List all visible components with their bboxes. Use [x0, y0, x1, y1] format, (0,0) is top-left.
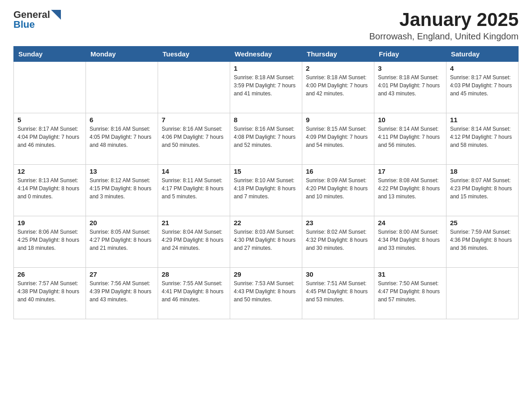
day-info: Sunrise: 7:50 AM Sunset: 4:47 PM Dayligh…: [378, 279, 442, 304]
calendar-cell: 28Sunrise: 7:55 AM Sunset: 4:41 PM Dayli…: [158, 268, 230, 319]
calendar-cell: [86, 62, 158, 113]
day-info: Sunrise: 8:07 AM Sunset: 4:23 PM Dayligh…: [450, 176, 515, 201]
day-info: Sunrise: 8:16 AM Sunset: 4:08 PM Dayligh…: [234, 125, 298, 149]
day-number: 9: [306, 116, 370, 124]
logo: General Blue: [13, 9, 61, 30]
day-info: Sunrise: 7:56 AM Sunset: 4:39 PM Dayligh…: [90, 279, 154, 304]
calendar-cell: 12Sunrise: 8:13 AM Sunset: 4:14 PM Dayli…: [14, 165, 86, 216]
day-number: 21: [162, 219, 226, 227]
column-header-friday: Friday: [374, 47, 446, 62]
column-header-thursday: Thursday: [302, 47, 374, 62]
calendar-cell: 2Sunrise: 8:18 AM Sunset: 4:00 PM Daylig…: [302, 62, 374, 113]
day-info: Sunrise: 8:03 AM Sunset: 4:30 PM Dayligh…: [234, 228, 298, 252]
calendar-week-row: 5Sunrise: 8:17 AM Sunset: 4:04 PM Daylig…: [14, 113, 519, 165]
day-number: 8: [234, 116, 298, 124]
calendar-cell: 6Sunrise: 8:16 AM Sunset: 4:05 PM Daylig…: [86, 113, 158, 165]
logo-arrow-icon: [51, 10, 61, 20]
calendar-cell: [14, 62, 86, 113]
calendar-cell: 15Sunrise: 8:10 AM Sunset: 4:18 PM Dayli…: [230, 165, 302, 216]
day-info: Sunrise: 8:11 AM Sunset: 4:17 PM Dayligh…: [162, 176, 226, 201]
calendar-cell: 18Sunrise: 8:07 AM Sunset: 4:23 PM Dayli…: [446, 165, 519, 216]
calendar-week-row: 12Sunrise: 8:13 AM Sunset: 4:14 PM Dayli…: [14, 165, 519, 216]
calendar-cell: 19Sunrise: 8:06 AM Sunset: 4:25 PM Dayli…: [14, 216, 86, 268]
day-number: 6: [90, 116, 154, 124]
calendar-week-row: 19Sunrise: 8:06 AM Sunset: 4:25 PM Dayli…: [14, 216, 519, 268]
calendar-table: SundayMondayTuesdayWednesdayThursdayFrid…: [13, 46, 519, 319]
day-number: 18: [450, 167, 515, 175]
day-info: Sunrise: 8:08 AM Sunset: 4:22 PM Dayligh…: [378, 176, 442, 201]
column-header-wednesday: Wednesday: [230, 47, 302, 62]
calendar-cell: 1Sunrise: 8:18 AM Sunset: 3:59 PM Daylig…: [230, 62, 302, 113]
day-number: 27: [90, 270, 154, 278]
day-number: 30: [306, 270, 370, 278]
calendar-cell: 27Sunrise: 7:56 AM Sunset: 4:39 PM Dayli…: [86, 268, 158, 319]
calendar-cell: 26Sunrise: 7:57 AM Sunset: 4:38 PM Dayli…: [14, 268, 86, 319]
day-info: Sunrise: 8:17 AM Sunset: 4:03 PM Dayligh…: [450, 73, 515, 98]
day-number: 29: [234, 270, 298, 278]
day-number: 12: [17, 167, 82, 175]
day-info: Sunrise: 8:15 AM Sunset: 4:09 PM Dayligh…: [306, 125, 370, 149]
day-number: 24: [378, 219, 442, 227]
day-info: Sunrise: 8:18 AM Sunset: 4:01 PM Dayligh…: [378, 73, 442, 98]
calendar-week-row: 1Sunrise: 8:18 AM Sunset: 3:59 PM Daylig…: [14, 62, 519, 113]
day-number: 7: [162, 116, 226, 124]
column-header-monday: Monday: [86, 47, 158, 62]
calendar-cell: 11Sunrise: 8:14 AM Sunset: 4:12 PM Dayli…: [446, 113, 519, 165]
day-number: 31: [378, 270, 442, 278]
calendar-cell: 17Sunrise: 8:08 AM Sunset: 4:22 PM Dayli…: [374, 165, 446, 216]
calendar-cell: 24Sunrise: 8:00 AM Sunset: 4:34 PM Dayli…: [374, 216, 446, 268]
calendar-cell: 30Sunrise: 7:51 AM Sunset: 4:45 PM Dayli…: [302, 268, 374, 319]
calendar-cell: 29Sunrise: 7:53 AM Sunset: 4:43 PM Dayli…: [230, 268, 302, 319]
day-info: Sunrise: 8:17 AM Sunset: 4:04 PM Dayligh…: [17, 125, 82, 149]
calendar-cell: 7Sunrise: 8:16 AM Sunset: 4:06 PM Daylig…: [158, 113, 230, 165]
day-number: 15: [234, 167, 298, 175]
day-info: Sunrise: 8:18 AM Sunset: 4:00 PM Dayligh…: [306, 73, 370, 98]
calendar-cell: 14Sunrise: 8:11 AM Sunset: 4:17 PM Dayli…: [158, 165, 230, 216]
calendar-cell: [446, 268, 519, 319]
day-number: 11: [450, 116, 515, 124]
column-header-tuesday: Tuesday: [158, 47, 230, 62]
day-number: 2: [306, 64, 370, 72]
day-info: Sunrise: 7:55 AM Sunset: 4:41 PM Dayligh…: [162, 279, 226, 304]
column-header-saturday: Saturday: [446, 47, 519, 62]
calendar-cell: 23Sunrise: 8:02 AM Sunset: 4:32 PM Dayli…: [302, 216, 374, 268]
column-header-sunday: Sunday: [14, 47, 86, 62]
day-info: Sunrise: 8:13 AM Sunset: 4:14 PM Dayligh…: [17, 176, 82, 201]
calendar-cell: [158, 62, 230, 113]
page-header: General Blue January 2025 Borrowash, Eng…: [13, 9, 519, 42]
day-info: Sunrise: 7:53 AM Sunset: 4:43 PM Dayligh…: [234, 279, 298, 304]
day-info: Sunrise: 8:04 AM Sunset: 4:29 PM Dayligh…: [162, 228, 226, 252]
day-number: 23: [306, 219, 370, 227]
day-number: 20: [90, 219, 154, 227]
day-info: Sunrise: 8:09 AM Sunset: 4:20 PM Dayligh…: [306, 176, 370, 201]
calendar-cell: 21Sunrise: 8:04 AM Sunset: 4:29 PM Dayli…: [158, 216, 230, 268]
day-number: 28: [162, 270, 226, 278]
day-number: 17: [378, 167, 442, 175]
day-number: 3: [378, 64, 442, 72]
calendar-cell: 10Sunrise: 8:14 AM Sunset: 4:11 PM Dayli…: [374, 113, 446, 165]
day-info: Sunrise: 8:18 AM Sunset: 3:59 PM Dayligh…: [234, 73, 298, 98]
calendar-header-row: SundayMondayTuesdayWednesdayThursdayFrid…: [14, 47, 519, 62]
day-number: 19: [17, 219, 82, 227]
day-info: Sunrise: 8:02 AM Sunset: 4:32 PM Dayligh…: [306, 228, 370, 252]
calendar-cell: 13Sunrise: 8:12 AM Sunset: 4:15 PM Dayli…: [86, 165, 158, 216]
title-block: January 2025 Borrowash, England, United …: [369, 9, 519, 42]
calendar-cell: 22Sunrise: 8:03 AM Sunset: 4:30 PM Dayli…: [230, 216, 302, 268]
day-info: Sunrise: 7:51 AM Sunset: 4:45 PM Dayligh…: [306, 279, 370, 304]
calendar-cell: 8Sunrise: 8:16 AM Sunset: 4:08 PM Daylig…: [230, 113, 302, 165]
calendar-cell: 9Sunrise: 8:15 AM Sunset: 4:09 PM Daylig…: [302, 113, 374, 165]
svg-marker-0: [51, 10, 61, 20]
calendar-cell: 3Sunrise: 8:18 AM Sunset: 4:01 PM Daylig…: [374, 62, 446, 113]
day-info: Sunrise: 8:14 AM Sunset: 4:11 PM Dayligh…: [378, 125, 442, 149]
day-info: Sunrise: 8:16 AM Sunset: 4:06 PM Dayligh…: [162, 125, 226, 149]
day-info: Sunrise: 7:59 AM Sunset: 4:36 PM Dayligh…: [450, 228, 515, 252]
day-info: Sunrise: 8:14 AM Sunset: 4:12 PM Dayligh…: [450, 125, 515, 149]
day-info: Sunrise: 8:16 AM Sunset: 4:05 PM Dayligh…: [90, 125, 154, 149]
day-info: Sunrise: 8:00 AM Sunset: 4:34 PM Dayligh…: [378, 228, 442, 252]
day-number: 22: [234, 219, 298, 227]
day-number: 13: [90, 167, 154, 175]
day-number: 14: [162, 167, 226, 175]
calendar-cell: 4Sunrise: 8:17 AM Sunset: 4:03 PM Daylig…: [446, 62, 519, 113]
day-number: 25: [450, 219, 515, 227]
day-number: 1: [234, 64, 298, 72]
